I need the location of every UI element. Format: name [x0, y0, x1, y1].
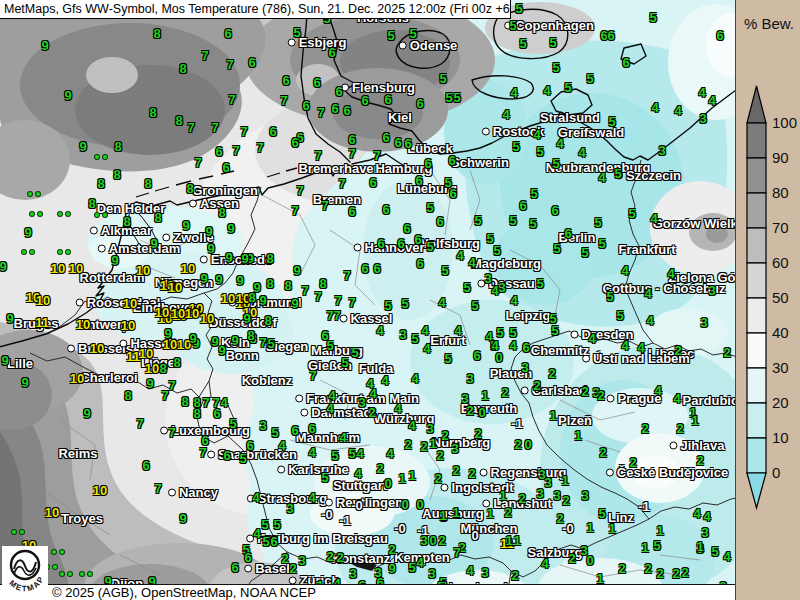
temperature-value: 5	[267, 336, 274, 351]
temperature-value: 8	[248, 290, 255, 305]
temperature-value: 9	[21, 375, 28, 390]
temperature-value: 5	[384, 298, 391, 313]
temperature-value: 2	[511, 568, 518, 583]
map-title-bar: MetMaps, Gfs WW-Symbol, Mos Temperature …	[0, 0, 511, 19]
temperature-value: 2	[568, 551, 575, 566]
temperature-value: 11	[126, 349, 140, 364]
temperature-value: 9	[200, 271, 207, 286]
temperature-value: 2	[404, 437, 411, 452]
temperature-value: 2	[436, 448, 443, 463]
temperature-value: 10	[70, 371, 84, 386]
city-marker-icon	[207, 450, 215, 458]
temperature-value: 5	[653, 538, 660, 553]
temperature-value: -1	[638, 499, 650, 514]
temperature-value: 4	[468, 255, 475, 270]
city-label: Odense	[399, 38, 458, 53]
weather-dot-icon	[20, 530, 24, 534]
temperature-value: 5	[606, 289, 613, 304]
city-label: Copenhagen	[504, 18, 594, 33]
temperature-value: 1	[439, 508, 446, 523]
temperature-value: 3	[286, 501, 293, 516]
temperature-value: 6	[343, 103, 350, 118]
weather-map[interactable]: HorsensEsbjergOdenseCopenhagenFlensburgK…	[0, 0, 735, 600]
temperature-value: 2	[674, 343, 681, 358]
temperature-value: 10	[36, 293, 50, 308]
temperature-value: 5	[512, 139, 519, 154]
temperature-value: 4	[621, 263, 628, 278]
temperature-value: 7	[373, 148, 380, 163]
weather-dot-icon	[58, 212, 62, 216]
temperature-value: 4	[421, 323, 428, 338]
temperature-value: 7	[296, 183, 303, 198]
temperature-value: 7	[211, 120, 218, 135]
temperature-value: 6	[394, 135, 401, 150]
temperature-value: 9	[79, 139, 86, 154]
temperature-value: 10	[69, 261, 83, 276]
temperature-value: 7	[338, 176, 345, 191]
city-label: Troyes	[61, 511, 103, 526]
temperature-value: 8	[186, 181, 193, 196]
temperature-value: 4	[408, 418, 415, 433]
weather-dot-icon	[103, 155, 107, 159]
temperature-value: 7	[343, 268, 350, 283]
svg-text:0: 0	[772, 464, 780, 481]
temperature-value: 6	[222, 160, 229, 175]
temperature-value: 6	[403, 221, 410, 236]
temperature-value: 2	[556, 511, 563, 526]
temperature-value: 7	[226, 57, 233, 72]
temperature-value: 7	[309, 368, 316, 383]
city-label: Reims	[58, 446, 97, 461]
temperature-value: 10	[76, 317, 90, 332]
temperature-value: 4	[416, 555, 423, 570]
city-marker-icon	[399, 41, 407, 49]
city-label: Stralsund	[540, 110, 600, 125]
temperature-value: 6	[415, 173, 422, 188]
temperature-value: 8	[266, 251, 273, 266]
temperature-value: 6	[213, 406, 220, 421]
temperature-value: 2	[641, 421, 648, 436]
temperature-value: 1	[549, 408, 556, 423]
temperature-value: 4	[698, 85, 705, 100]
temperature-value: 9	[189, 331, 196, 346]
temperature-value: 6	[382, 202, 389, 217]
weather-dot-icon	[80, 572, 84, 576]
temperature-value: 8	[159, 361, 166, 376]
temperature-value: 6	[369, 175, 376, 190]
temperature-value: 6	[564, 226, 571, 241]
temperature-value: 5	[553, 241, 560, 256]
temperature-value: 7	[348, 295, 355, 310]
temperature-value: 1	[574, 428, 581, 443]
temperature-value: 9	[83, 406, 90, 421]
temperature-value: 5	[348, 446, 355, 461]
temperature-value: 6	[436, 214, 443, 229]
temperature-value: -0	[321, 507, 333, 522]
temperature-value: 10	[221, 291, 235, 306]
temperature-value: 3	[420, 533, 427, 548]
temperature-value: 5	[471, 298, 478, 313]
temperature-value: 5	[426, 239, 433, 254]
temperature-value: 3	[481, 565, 488, 580]
temperature-value: 4	[693, 506, 700, 521]
city-label: Carlsbad	[521, 383, 588, 398]
city-label: Frankfurt	[618, 242, 675, 257]
temperature-value: 5	[552, 60, 559, 75]
temperature-value: 5	[439, 71, 446, 86]
temperature-value: 7	[187, 120, 194, 135]
temperature-value: 8	[124, 388, 131, 403]
temperature-value: -0	[562, 521, 574, 536]
temperature-value: 5	[519, 36, 526, 51]
temperature-value: 3	[259, 418, 266, 433]
city-marker-icon	[90, 226, 98, 234]
temperature-value: 5	[401, 296, 408, 311]
temperature-value: 4	[502, 107, 509, 122]
temperature-value: 6	[313, 75, 320, 90]
temperature-value: 9	[207, 241, 214, 256]
temperature-value: 7	[333, 308, 340, 323]
temperature-value: 6	[215, 144, 222, 159]
temperature-value: 9	[243, 311, 250, 326]
temperature-value: 2	[376, 461, 383, 476]
temperature-value: 4	[644, 286, 651, 301]
temperature-value: 5	[711, 544, 718, 559]
temperature-value: 1	[499, 488, 506, 503]
temperature-value: 0	[384, 476, 391, 491]
